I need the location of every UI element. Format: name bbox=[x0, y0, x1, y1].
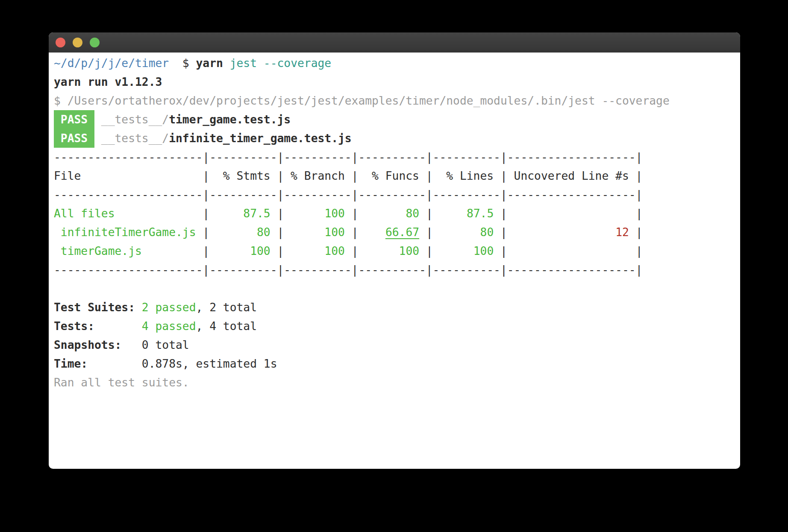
table-cell-pad bbox=[419, 207, 426, 220]
table-cell-pad bbox=[284, 207, 324, 220]
test-dir: __tests__/ bbox=[101, 113, 169, 126]
table-cell-pad bbox=[359, 226, 385, 239]
table-cell-pad bbox=[494, 226, 500, 239]
maximize-button[interactable] bbox=[90, 38, 100, 47]
table-cell-pad bbox=[629, 226, 636, 239]
table-cell-pad bbox=[271, 207, 277, 220]
summary-rest: , 4 total bbox=[196, 320, 257, 333]
summary-row: Test Suites: 2 passed, 2 total bbox=[54, 298, 736, 317]
summary-label: Time: bbox=[54, 357, 142, 370]
summary-passed-count: 2 passed bbox=[142, 301, 196, 314]
table-pipe: | bbox=[426, 226, 433, 239]
table-cell-pad bbox=[433, 207, 467, 220]
table-cell-value: 100 bbox=[324, 226, 345, 239]
table-pipe: | bbox=[500, 245, 507, 257]
table-pipe: | bbox=[203, 245, 209, 257]
terminal-window: ~/d/p/j/j/e/timer $ yarn jest --coverage… bbox=[49, 32, 740, 469]
summary-passed-count: 4 passed bbox=[142, 320, 196, 333]
table-cell-pad bbox=[494, 207, 500, 220]
table-cell-pad bbox=[433, 226, 480, 239]
table-cell-pad bbox=[507, 226, 615, 239]
table-pipe: | bbox=[636, 207, 643, 220]
table-cell-pad bbox=[196, 226, 203, 239]
terminal-output[interactable]: ~/d/p/j/j/e/timer $ yarn jest --coverage… bbox=[49, 53, 740, 392]
table-cell-pad bbox=[359, 245, 399, 257]
table-pipe: | bbox=[636, 226, 643, 239]
prompt-spacer bbox=[169, 57, 182, 70]
table-header-text: File | % Stmts | % Branch | % Funcs | % … bbox=[54, 170, 642, 182]
table-separator-text: ----------------------|----------|------… bbox=[54, 263, 642, 276]
table-pipe: | bbox=[203, 207, 209, 220]
titlebar[interactable] bbox=[49, 32, 740, 53]
table-cell-pad bbox=[284, 245, 324, 257]
pass-badge: PASS bbox=[54, 110, 94, 129]
table-cell-pad bbox=[419, 245, 426, 257]
table-cell-pad bbox=[494, 245, 500, 257]
table-cell-pad bbox=[271, 226, 277, 239]
table-cell-value: 80 bbox=[480, 226, 494, 239]
coverage-table-row: timerGame.js | 100 | 100 | 100 | 100 | | bbox=[54, 242, 736, 260]
pass-line: PASS __tests__/infinite_timer_game.test.… bbox=[54, 129, 736, 148]
table-cell-pad bbox=[345, 207, 352, 220]
coverage-table-row: infiniteTimerGame.js | 80 | 100 | 66.67 … bbox=[54, 223, 736, 242]
table-pipe: | bbox=[500, 207, 507, 220]
pass-badge: PASS bbox=[54, 129, 94, 148]
table-cell-pad bbox=[359, 207, 406, 220]
close-button[interactable] bbox=[56, 38, 65, 47]
table-cell-value: 100 bbox=[250, 245, 271, 257]
table-cell-pad bbox=[209, 207, 243, 220]
table-file-cell: timerGame.js bbox=[54, 245, 142, 257]
table-cell-value: 66.67 bbox=[385, 226, 419, 239]
summary-label: Snapshots: bbox=[54, 339, 142, 351]
test-dir: __tests__/ bbox=[101, 132, 169, 145]
yarn-version-text: yarn run v1.12.3 bbox=[54, 76, 162, 88]
table-cell-value: 100 bbox=[324, 207, 345, 220]
table-pipe: | bbox=[426, 245, 433, 257]
coverage-table-header-row: File | % Stmts | % Branch | % Funcs | % … bbox=[54, 167, 736, 185]
table-cell-value: 87.5 bbox=[243, 207, 270, 220]
table-file-cell: All files bbox=[54, 207, 115, 220]
summary-row: Time: 0.878s, estimated 1s bbox=[54, 354, 736, 373]
coverage-table-separator: ----------------------|----------|------… bbox=[54, 260, 736, 279]
traffic-lights bbox=[56, 38, 100, 47]
yarn-version-line: yarn run v1.12.3 bbox=[54, 73, 736, 91]
table-cell-pad bbox=[419, 226, 426, 239]
badge-spacer bbox=[94, 113, 101, 126]
table-separator-text: ----------------------|----------|------… bbox=[54, 188, 642, 201]
table-cell-value: 12 bbox=[615, 226, 629, 239]
footer-line: Ran all test suites. bbox=[54, 373, 736, 392]
coverage-table-separator: ----------------------|----------|------… bbox=[54, 148, 736, 167]
table-cell-pad bbox=[209, 226, 257, 239]
prompt-dollar: $ bbox=[182, 57, 196, 70]
table-cell-pad bbox=[629, 207, 636, 220]
table-cell-value: 87.5 bbox=[467, 207, 494, 220]
command-yarn: yarn bbox=[196, 57, 223, 70]
table-cell-pad bbox=[345, 245, 352, 257]
table-cell-value: 100 bbox=[473, 245, 494, 257]
test-filename: timer_game.test.js bbox=[169, 113, 291, 126]
coverage-table-separator: ----------------------|----------|------… bbox=[54, 185, 736, 204]
table-cell-pad bbox=[433, 245, 473, 257]
command-args: jest --coverage bbox=[230, 57, 331, 70]
table-pipe: | bbox=[352, 245, 359, 257]
table-cell-pad bbox=[209, 245, 250, 257]
table-cell-pad bbox=[271, 245, 277, 257]
table-pipe: | bbox=[277, 207, 284, 220]
resolved-command-text: $ /Users/ortatherox/dev/projects/jest/je… bbox=[54, 94, 670, 107]
table-pipe: | bbox=[352, 226, 359, 239]
table-pipe: | bbox=[426, 207, 433, 220]
table-pipe: | bbox=[277, 245, 284, 257]
table-cell-pad bbox=[345, 226, 352, 239]
minimize-button[interactable] bbox=[73, 38, 82, 47]
summary-label: Test Suites: bbox=[54, 301, 142, 314]
table-pipe: | bbox=[500, 226, 507, 239]
summary-row: Snapshots: 0 total bbox=[54, 336, 736, 354]
summary-rest: 0 total bbox=[142, 339, 189, 351]
table-cell-pad bbox=[284, 226, 324, 239]
table-pipe: | bbox=[203, 226, 209, 239]
blank-line bbox=[54, 279, 736, 298]
table-cell-value: 100 bbox=[399, 245, 420, 257]
test-filename: infinite_timer_game.test.js bbox=[169, 132, 351, 145]
summary-row: Tests: 4 passed, 4 total bbox=[54, 317, 736, 336]
coverage-table-row: All files | 87.5 | 100 | 80 | 87.5 | | bbox=[54, 204, 736, 223]
